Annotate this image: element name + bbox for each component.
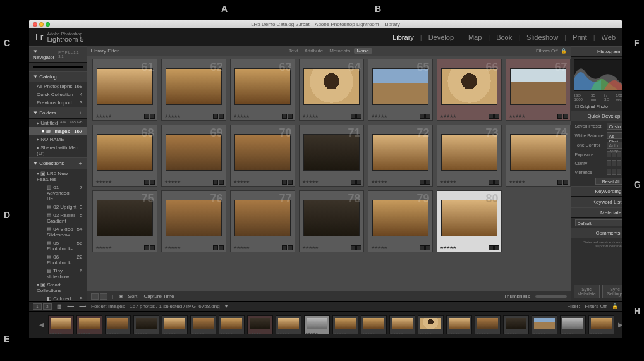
filmstrip-thumb[interactable] — [418, 315, 444, 334]
catalog-item[interactable]: Quick Collection4 — [29, 90, 87, 99]
filmstrip-thumb[interactable] — [105, 315, 131, 334]
nav-fwd-icon[interactable]: ⟶ — [79, 303, 86, 309]
histogram-header[interactable]: Histogram ▼ — [571, 46, 623, 57]
filmstrip-thumb[interactable] — [276, 315, 301, 334]
navigator-preview[interactable] — [33, 66, 83, 68]
qd-reset[interactable]: Reset All — [571, 176, 623, 186]
collection-item[interactable]: ▤ 04 Video Slideshow54 — [29, 225, 87, 239]
sync-settings-button[interactable]: Sync Settings — [602, 285, 623, 298]
navigator-header[interactable]: ▼ Navigator FIT FILL 1:1 3:1 — [29, 46, 87, 63]
original-photo-check[interactable]: ☐ Original Photo — [571, 103, 623, 111]
grid-cell[interactable]: 65★★★★★ — [368, 59, 433, 121]
collection-item[interactable]: ▤ 03 Radial Gradient5 — [29, 211, 87, 225]
smart-collections[interactable]: ▾ ▣ Smart Collections — [29, 281, 87, 295]
filmstrip-thumb[interactable] — [503, 315, 529, 334]
collection-item[interactable]: ▤ Tiny slideshow6 — [29, 267, 87, 281]
catalog-item[interactable]: Previous Import3 — [29, 99, 87, 107]
filmstrip-thumb[interactable] — [162, 315, 188, 334]
view-mode-grid[interactable] — [91, 293, 107, 300]
grid-cell[interactable]: 67★★★★★ — [506, 59, 571, 121]
thumbnail-slider[interactable] — [535, 295, 567, 298]
filmstrip-thumb[interactable] — [76, 315, 102, 334]
collection-item[interactable]: ▤ 05 Photobook-...56 — [29, 239, 87, 253]
filmstrip-thumb[interactable] — [133, 315, 159, 334]
collection-item[interactable]: ▤ 01 Advanced He...7 — [29, 183, 87, 203]
collections-root[interactable]: ▾ ▣ LR5 New Features — [29, 169, 87, 183]
collections-header[interactable]: ▼ Collections＋ — [29, 157, 87, 169]
grid-cell[interactable]: 79★★★★★ — [368, 190, 433, 252]
qd-preset[interactable]: Saved Preset Custom — [571, 121, 623, 131]
filmstrip-thumb[interactable] — [475, 315, 501, 334]
folders-header[interactable]: ▼ Folders＋ — [29, 107, 87, 119]
collection-item[interactable]: ▤ 06 Photobook ...22 — [29, 253, 87, 267]
grid-cell[interactable]: 77★★★★★ — [230, 190, 295, 252]
filmstrip-thumb[interactable] — [532, 315, 557, 334]
grid-cell[interactable]: 70★★★★★ — [230, 125, 295, 187]
infobar-folder[interactable]: Folder: Images — [91, 303, 125, 309]
chevron-down-icon[interactable]: ▾ — [225, 303, 228, 309]
grid-cell[interactable]: 73★★★★★ — [437, 125, 502, 187]
grid-cell[interactable]: 72★★★★★ — [368, 125, 433, 187]
metadata-preset[interactable]: Default — [571, 218, 623, 228]
sort-value[interactable]: Capture Time — [143, 293, 174, 299]
filter-value[interactable]: Filters Off — [585, 303, 607, 309]
panel-metadata[interactable]: Metadata ◀ — [571, 207, 623, 218]
filmstrip-thumb[interactable] — [560, 315, 586, 334]
filter-lock-icon[interactable]: 🔒 — [561, 48, 567, 54]
filmstrip-thumb[interactable] — [361, 315, 387, 334]
folders-extra[interactable]: ▸ Shared with Mac (Lr) — [29, 144, 87, 157]
module-book[interactable]: Book — [496, 34, 512, 41]
filmstrip-thumb[interactable] — [446, 315, 472, 334]
module-slideshow[interactable]: Slideshow — [526, 34, 558, 41]
filmstrip-thumb[interactable] — [190, 315, 216, 334]
qd-tone[interactable]: Tone Control Auto Tone — [571, 140, 623, 150]
filter-tab-none[interactable]: None — [354, 48, 372, 54]
comments-header[interactable]: Comments ▼ — [571, 228, 623, 238]
grid-cell[interactable]: 80★★★★★ — [437, 190, 502, 252]
grid-cell[interactable]: 74★★★★★ — [506, 125, 571, 187]
filmstrip-thumb[interactable] — [219, 315, 245, 334]
qd-vibrance[interactable]: Vibrance — [571, 168, 623, 176]
painter-icon[interactable]: ◉ — [119, 293, 123, 299]
grid-cell[interactable]: 69★★★★★ — [161, 125, 226, 187]
grid-cell[interactable]: 64★★★★★ — [299, 59, 364, 121]
filmstrip-thumb[interactable] — [247, 315, 273, 334]
filter-lock-icon[interactable]: 🔒 — [612, 303, 618, 309]
module-print[interactable]: Print — [573, 34, 587, 41]
grid-cell[interactable]: 62★★★★★ — [161, 59, 226, 121]
grid-cell[interactable]: 63★★★★★ — [230, 59, 295, 121]
catalog-item[interactable]: All Photographs168 — [29, 82, 87, 90]
grid-cell[interactable]: 75★★★★★ — [92, 190, 157, 252]
filmstrip-thumb[interactable] — [304, 315, 330, 334]
filmstrip-left-icon[interactable]: ◀ — [38, 321, 46, 328]
filmstrip-right-icon[interactable]: ▶ — [617, 321, 622, 328]
filter-tab-attribute[interactable]: Attribute — [301, 48, 326, 54]
panel-keywording[interactable]: Keywording ◀ — [571, 186, 623, 197]
grid-cell[interactable]: 61★★★★★ — [92, 59, 157, 121]
filters-off[interactable]: Filters Off — [536, 48, 558, 54]
folders-images[interactable]: ▾ Images 167 — [29, 127, 87, 135]
grid-cell[interactable]: 78★★★★★ — [299, 190, 364, 252]
filter-tab-text[interactable]: Text — [286, 48, 301, 54]
grid-icon[interactable]: ▦ — [57, 303, 62, 309]
grid-cell[interactable]: 76★★★★★ — [161, 190, 226, 252]
qd-clarity[interactable]: Clarity — [571, 159, 623, 168]
grid-cell[interactable]: 68★★★★★ — [92, 125, 157, 187]
module-library[interactable]: Library — [392, 34, 414, 41]
filmstrip-thumb[interactable] — [48, 315, 74, 334]
screen-switcher[interactable]: 12 — [33, 303, 52, 310]
grid-cell[interactable]: 71★★★★★ — [299, 125, 364, 187]
qd-wb[interactable]: White Balance As Shot — [571, 131, 623, 140]
grid-cell[interactable]: 66★★★★★ — [437, 59, 502, 121]
filmstrip-thumb[interactable] — [332, 315, 358, 334]
sync-metadata-button[interactable]: Sync Metadata — [574, 285, 600, 298]
catalog-header[interactable]: ▼ Catalog — [29, 71, 87, 82]
module-map[interactable]: Map — [468, 34, 482, 41]
quick-develop-header[interactable]: Quick Develop ▼ — [571, 111, 623, 121]
histogram[interactable] — [574, 59, 623, 91]
folders-drive[interactable]: ▸ Untitled 414 / 465 GB — [29, 119, 87, 127]
filter-tab-metadata[interactable]: Metadata — [326, 48, 353, 54]
qd-exposure[interactable]: Exposure — [571, 150, 623, 159]
nav-back-icon[interactable]: ⟵ — [67, 303, 74, 309]
module-web[interactable]: Web — [602, 34, 616, 41]
